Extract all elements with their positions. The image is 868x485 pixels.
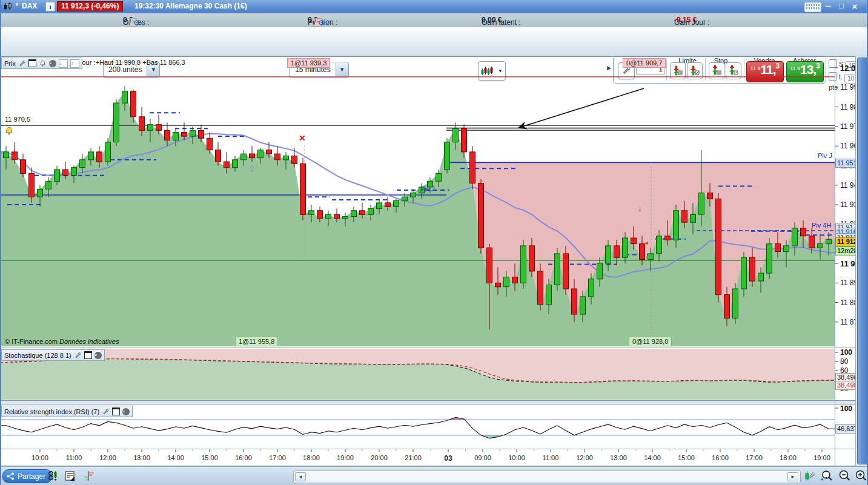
candle-body: [283, 156, 289, 160]
time-axis-label: 19:00: [332, 454, 359, 461]
close-icon[interactable]: ×: [49, 60, 56, 67]
info-bar: Ordres : 0 × / 0 ⚙⚙ Position : 0 × / 0 ⚙…: [0, 13, 868, 28]
price-panel-header: Prix × ↓ ↑: [1, 58, 82, 69]
working-order-badge[interactable]: 0@11 909,7: [623, 58, 666, 68]
news-icon[interactable]: [63, 469, 76, 483]
zoom-out-icon[interactable]: [837, 469, 852, 483]
buy-arrow-icon[interactable]: ↑: [70, 59, 79, 68]
candle-body: [250, 154, 255, 158]
time-axis-label: 15:00: [196, 454, 223, 461]
time-axis-label: 14:00: [639, 454, 666, 461]
minimize-button[interactable]: ─: [823, 1, 833, 10]
candle-body: [12, 152, 18, 160]
vertical-scrollbar[interactable]: [855, 56, 868, 466]
position-group: Position : 0 × / 0 ⚙⚙: [308, 16, 318, 24]
detach-window-icon[interactable]: [84, 351, 92, 359]
candle-body: [326, 214, 331, 219]
info-icon[interactable]: i: [45, 2, 55, 12]
candle-body: [674, 211, 679, 240]
candle-body: [691, 214, 696, 222]
order-book-icon[interactable]: [82, 469, 96, 483]
candle-body: [80, 160, 85, 168]
stoch-axis-label: 100: [840, 348, 852, 357]
time-axis-label: 20:00: [366, 454, 393, 461]
share-button[interactable]: Partager: [2, 469, 52, 483]
candle-body: [233, 160, 238, 168]
candle-body: [71, 168, 77, 176]
candle-body: [292, 156, 297, 163]
candle-body: [784, 246, 789, 252]
candle-body: [241, 154, 247, 160]
buy-marker-arrow-icon: ⇧: [248, 163, 256, 174]
annotation-arrow: [518, 88, 644, 128]
sell-arrow-icon[interactable]: ↓: [59, 59, 68, 68]
candle-body: [512, 277, 518, 283]
scroll-left-icon[interactable]: ◄: [295, 472, 306, 481]
time-axis-label: 16:00: [707, 454, 734, 461]
candle-body: [640, 244, 645, 260]
candle-body: [572, 289, 577, 314]
close-icon[interactable]: ×: [122, 408, 130, 415]
candle-body: [487, 248, 492, 283]
time-axis-label: 12:00: [571, 454, 598, 461]
candle-body: [385, 203, 391, 207]
scroll-right-icon[interactable]: ►: [787, 472, 798, 481]
time-axis-label: 13:00: [605, 454, 632, 461]
maximize-button[interactable]: □: [836, 1, 847, 10]
candle-settings-icon[interactable]: [802, 469, 818, 483]
wrench-icon[interactable]: [18, 60, 26, 67]
candle-body: [207, 138, 213, 150]
cancel-order-x-icon[interactable]: ✕: [299, 133, 306, 143]
position-settings-icon[interactable]: ⚙⚙: [318, 18, 330, 27]
stoch-panel-header: Stochastique (128 8 1) ×: [1, 349, 105, 361]
instrument-dropdown-arrow[interactable]: ▼: [15, 2, 19, 7]
close-icon[interactable]: ×: [94, 352, 102, 359]
piv-4h-label: Piv 4H: [812, 222, 831, 229]
working-order-badge[interactable]: 1@11 939,3: [287, 58, 330, 68]
candle-body: [682, 211, 687, 222]
detach-window-icon[interactable]: [112, 407, 120, 415]
piv-j-left-label: Piv J: [420, 185, 435, 193]
horizontal-scrollbar[interactable]: ◄ ►: [293, 470, 801, 483]
candle-body: [156, 125, 162, 131]
candle-body: [546, 285, 552, 305]
time-axis-label: 18:00: [298, 454, 325, 461]
price-change-badge: 11 912,3 (-0,46%): [57, 1, 123, 12]
candle-body: [538, 271, 543, 305]
wrench-icon[interactable]: [74, 352, 82, 359]
gain-latent-label: Gain latent :: [482, 18, 521, 27]
time-axis-label: 16:00: [230, 454, 257, 461]
candle-body: [809, 236, 815, 248]
detach-window-icon[interactable]: [28, 59, 36, 67]
copyright-text: © IT-Finance.com: [5, 338, 58, 345]
time-axis-label: 19:00: [809, 454, 835, 461]
order-left-marker-icon: ◄: [644, 240, 649, 246]
candle-body: [122, 91, 128, 103]
wrench-icon[interactable]: [102, 408, 110, 415]
alert-level-label: 11 970,5: [5, 116, 30, 123]
candle-body: [105, 142, 111, 162]
day-high-low-stats: Jour :+Haut 11 990,8 +Bas 11 866,3: [79, 59, 185, 66]
link-chart-icon[interactable]: [46, 469, 59, 483]
stoch-axis-label: 80: [840, 357, 848, 366]
instrument-candle-icon: [3, 2, 13, 11]
alarm-bell-icon[interactable]: [4, 126, 15, 136]
candle-body: [63, 170, 68, 176]
stoch-panel-title: Stochastique (128 8 1): [4, 352, 71, 359]
bell-icon[interactable]: [39, 60, 47, 67]
orders-settings-icon[interactable]: ⚙⚙: [133, 18, 145, 27]
candle-body: [97, 152, 102, 162]
keyboard-icon[interactable]: [804, 2, 821, 12]
close-button[interactable]: ×: [849, 1, 860, 12]
candle-body: [563, 254, 569, 289]
orders-group: Ordres : 0 × / 0 ⚙⚙: [123, 16, 133, 24]
candle-body: [504, 277, 509, 287]
candle-body: [368, 209, 374, 215]
candle-body: [309, 211, 314, 215]
zoom-fit-icon[interactable]: [819, 469, 835, 483]
candle-body: [495, 283, 501, 287]
panel-gap: [0, 401, 855, 404]
candle-body: [411, 193, 416, 197]
candle-body: [529, 246, 535, 271]
zoom-in-icon[interactable]: [853, 469, 868, 483]
